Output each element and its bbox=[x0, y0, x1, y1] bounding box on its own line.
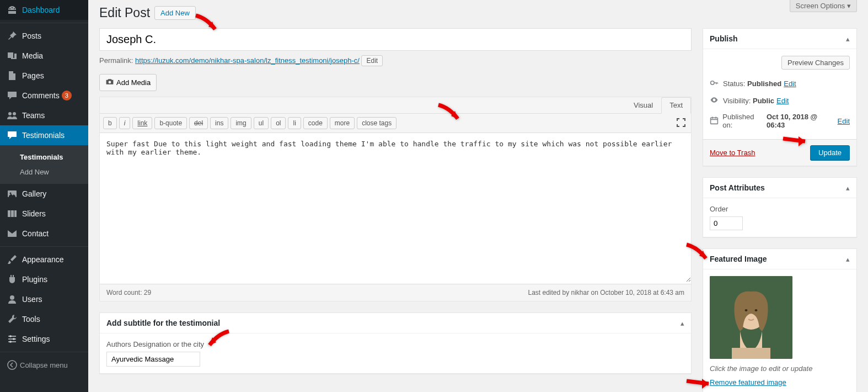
svg-point-15 bbox=[109, 81, 111, 83]
submenu-testimonials-list[interactable]: Testimonials bbox=[0, 150, 88, 165]
pages-icon bbox=[7, 70, 18, 81]
edit-status-link[interactable]: Edit bbox=[784, 80, 796, 88]
box-toggle-icon[interactable]: ▴ bbox=[846, 184, 850, 192]
qt-code[interactable]: code bbox=[303, 117, 328, 129]
permalink-edit-button[interactable]: Edit bbox=[361, 55, 383, 66]
comment-icon bbox=[7, 90, 18, 101]
remove-featured-link[interactable]: Remove featured image bbox=[710, 378, 786, 386]
menu-settings[interactable]: Settings bbox=[0, 329, 88, 349]
menu-label: Comments bbox=[22, 91, 60, 100]
menu-gallery[interactable]: Gallery bbox=[0, 184, 88, 204]
trash-link[interactable]: Move to Trash bbox=[710, 149, 755, 157]
permalink-label: Permalink: bbox=[99, 56, 133, 65]
collapse-icon bbox=[7, 359, 18, 370]
menu-users[interactable]: Users bbox=[0, 289, 88, 309]
qt-bquote[interactable]: b-quote bbox=[154, 117, 187, 129]
menu-tools[interactable]: Tools bbox=[0, 309, 88, 329]
svg-point-22 bbox=[755, 309, 758, 311]
comments-count-badge: 3 bbox=[62, 91, 72, 100]
svg-point-14 bbox=[8, 361, 17, 369]
camera-icon bbox=[105, 77, 114, 88]
qt-del[interactable]: del bbox=[189, 117, 208, 129]
publish-box: Publish ▴ Preview Changes Status: Publis… bbox=[703, 28, 857, 166]
svg-point-7 bbox=[10, 295, 14, 300]
menu-testimonials[interactable]: Testimonials bbox=[0, 125, 88, 145]
svg-rect-17 bbox=[711, 118, 718, 124]
pin-icon bbox=[7, 30, 18, 41]
dashboard-icon bbox=[7, 4, 18, 15]
qt-close[interactable]: close tags bbox=[357, 117, 397, 129]
settings-icon bbox=[7, 333, 18, 345]
menu-appearance[interactable]: Appearance bbox=[0, 250, 88, 269]
box-toggle-icon[interactable]: ▴ bbox=[681, 319, 684, 327]
qt-ins[interactable]: ins bbox=[210, 117, 228, 129]
wrench-icon bbox=[7, 314, 18, 325]
qt-li[interactable]: li bbox=[288, 117, 301, 129]
admin-sidebar: Dashboard Posts Media Pages Comments 3 T… bbox=[0, 0, 88, 392]
qt-bold[interactable]: b bbox=[103, 117, 117, 129]
svg-point-16 bbox=[711, 81, 714, 84]
menu-media[interactable]: Media bbox=[0, 46, 88, 66]
permalink-link[interactable]: https://luzuk.com/demo/nikhar-spa-salon/… bbox=[135, 56, 360, 65]
qt-ul[interactable]: ul bbox=[254, 117, 269, 129]
designation-input[interactable] bbox=[106, 352, 200, 367]
svg-point-1 bbox=[13, 112, 16, 115]
edit-date-link[interactable]: Edit bbox=[838, 117, 850, 125]
tab-visual[interactable]: Visual bbox=[625, 97, 661, 113]
qt-img[interactable]: img bbox=[231, 117, 251, 129]
svg-rect-4 bbox=[8, 210, 10, 217]
tab-text[interactable]: Text bbox=[661, 97, 691, 114]
menu-pages[interactable]: Pages bbox=[0, 66, 88, 86]
featured-thumbnail[interactable] bbox=[710, 276, 792, 359]
menu-label: Sliders bbox=[22, 209, 46, 218]
svg-point-0 bbox=[8, 112, 12, 115]
user-icon bbox=[7, 294, 18, 305]
qt-link[interactable]: link bbox=[132, 117, 152, 129]
submenu-testimonials-add[interactable]: Add New bbox=[0, 165, 88, 179]
fullscreen-icon[interactable] bbox=[676, 117, 687, 128]
page-title: Edit Post bbox=[99, 6, 150, 20]
svg-point-3 bbox=[10, 193, 12, 194]
menu-label: Dashboard bbox=[22, 6, 60, 14]
order-input[interactable] bbox=[710, 216, 743, 230]
update-button[interactable]: Update bbox=[810, 145, 850, 160]
content-textarea[interactable] bbox=[100, 133, 691, 282]
menu-teams[interactable]: Teams bbox=[0, 105, 88, 125]
post-title-input[interactable] bbox=[99, 28, 692, 51]
svg-point-21 bbox=[745, 309, 748, 311]
menu-contact[interactable]: Contact bbox=[0, 224, 88, 243]
box-toggle-icon[interactable]: ▴ bbox=[846, 35, 850, 43]
attributes-title: Post Attributes bbox=[710, 183, 765, 192]
box-toggle-icon[interactable]: ▴ bbox=[846, 255, 850, 263]
designation-label: Authors Designation or the city bbox=[106, 340, 684, 348]
menu-posts[interactable]: Posts bbox=[0, 26, 88, 46]
menu-label: Appearance bbox=[22, 255, 64, 264]
last-edited: Last edited by nikhar on October 10, 201… bbox=[528, 289, 684, 296]
edit-visibility-link[interactable]: Edit bbox=[776, 97, 789, 105]
qt-italic[interactable]: i bbox=[119, 117, 131, 129]
collapse-menu[interactable]: Collapse menu bbox=[0, 355, 88, 375]
menu-dashboard[interactable]: Dashboard bbox=[0, 0, 88, 20]
subtitle-box: Add subtitle for the testimonial ▴ Autho… bbox=[99, 312, 692, 374]
menu-label: Posts bbox=[22, 31, 41, 40]
menu-label: Gallery bbox=[22, 189, 46, 198]
visibility-icon bbox=[710, 96, 721, 106]
qt-ol[interactable]: ol bbox=[271, 117, 286, 129]
media-icon bbox=[7, 50, 18, 61]
plugin-icon bbox=[7, 274, 18, 285]
brush-icon bbox=[7, 254, 18, 265]
qt-more[interactable]: more bbox=[330, 117, 355, 129]
screen-options-toggle[interactable]: Screen Options ▾ bbox=[790, 0, 857, 12]
add-media-button[interactable]: Add Media bbox=[99, 74, 157, 91]
menu-label: Tools bbox=[22, 315, 40, 324]
subtitle-box-title: Add subtitle for the testimonial bbox=[106, 319, 220, 327]
sliders-icon bbox=[7, 208, 18, 219]
svg-rect-5 bbox=[11, 210, 14, 217]
preview-button[interactable]: Preview Changes bbox=[781, 56, 850, 70]
menu-plugins[interactable]: Plugins bbox=[0, 269, 88, 289]
menu-comments[interactable]: Comments 3 bbox=[0, 86, 88, 105]
svg-point-11 bbox=[9, 335, 12, 337]
collapse-label: Collapse menu bbox=[20, 361, 68, 369]
add-new-button[interactable]: Add New bbox=[154, 6, 196, 20]
menu-sliders[interactable]: Sliders bbox=[0, 204, 88, 224]
